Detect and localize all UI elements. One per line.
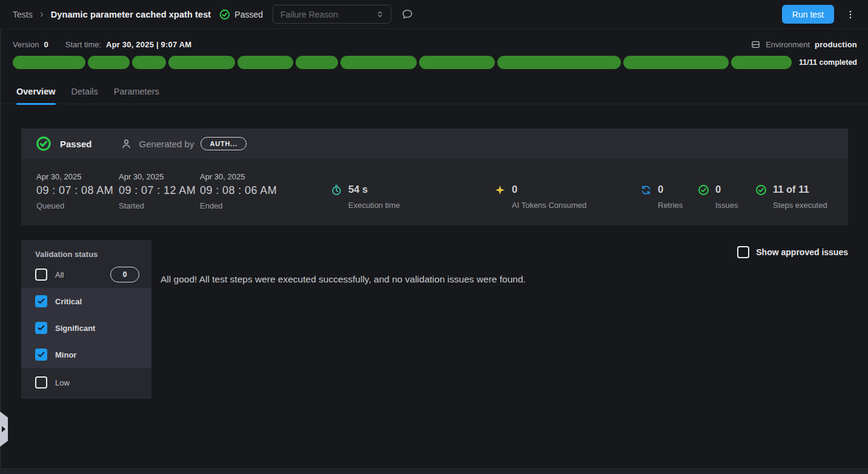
ai-tokens-value: 0 <box>512 184 586 195</box>
progress-segment <box>13 56 85 69</box>
progress-segment <box>497 56 621 69</box>
progress-completed-text: 11/11 completed <box>799 58 857 67</box>
progress-bar <box>13 56 792 69</box>
retries-metric: 0 Retries <box>640 184 683 210</box>
validation-filter-all[interactable]: All 0 <box>21 261 151 288</box>
ai-tokens-label: AI Tokens Consumed <box>512 201 586 210</box>
failure-reason-placeholder: Failure Reason <box>280 10 338 19</box>
all-checkbox[interactable] <box>35 269 47 281</box>
progress-segment <box>340 56 417 69</box>
significant-checkbox[interactable] <box>35 322 47 334</box>
check-icon <box>37 324 45 332</box>
issues-value: 0 <box>715 184 738 195</box>
footer-strip <box>0 469 868 474</box>
breadcrumb-tests-link[interactable]: Tests <box>13 10 33 19</box>
passed-check-icon <box>219 9 230 20</box>
failure-reason-select[interactable]: Failure Reason <box>273 5 391 24</box>
tab-bar: Overview Details Parameters <box>0 79 868 104</box>
ai-tokens-metric: 0 AI Tokens Consumed <box>494 184 586 210</box>
run-summary-body: Apr 30, 2025 09 : 07 : 08 AM Queued Apr … <box>21 159 848 225</box>
queued-label: Queued <box>36 201 113 210</box>
show-approved-checkbox[interactable] <box>737 246 749 258</box>
version-label: Version <box>13 40 39 49</box>
critical-label: Critical <box>55 297 82 306</box>
ended-time-column: Apr 30, 2025 09 : 08 : 06 AM Ended <box>200 172 277 210</box>
status-text: Passed <box>234 10 263 19</box>
progress-segment <box>419 56 495 69</box>
check-icon <box>37 297 45 305</box>
tab-parameters[interactable]: Parameters <box>114 79 159 104</box>
version-value: 0 <box>44 40 48 49</box>
validation-status-title: Validation status <box>21 240 151 259</box>
started-date: Apr 30, 2025 <box>119 172 196 181</box>
retries-label: Retries <box>658 201 683 210</box>
validation-filter-significant[interactable]: Significant <box>21 315 151 341</box>
page-title: Dynamic parameter cached xpath test <box>51 10 211 19</box>
sparkle-icon <box>494 184 506 196</box>
select-chevrons-icon <box>376 10 385 19</box>
progress-segment <box>168 56 234 69</box>
environment-label: Environment <box>766 40 810 49</box>
validation-filter-minor[interactable]: Minor <box>21 341 151 368</box>
environment-value: production <box>815 40 857 49</box>
run-test-button[interactable]: Run test <box>782 5 834 24</box>
issues-label: Issues <box>715 201 738 210</box>
environment-icon <box>750 39 761 50</box>
execution-time-label: Execution time <box>348 201 400 210</box>
passed-check-icon <box>36 136 51 152</box>
queued-time: 09 : 07 : 08 AM <box>36 184 113 197</box>
critical-checkbox[interactable] <box>35 295 47 307</box>
minor-checkbox[interactable] <box>35 349 47 361</box>
comment-icon <box>401 8 414 21</box>
environment-group: Environment production <box>750 39 857 50</box>
generated-by-group: Generated by AUTH... <box>120 137 247 150</box>
validation-status-panel: Validation status All 0 Critical Signifi… <box>21 240 151 399</box>
steps-executed-label: Steps executed <box>773 201 827 210</box>
start-time-label: Start time: <box>65 40 101 49</box>
check-circle-icon <box>698 184 709 196</box>
validation-filter-critical[interactable]: Critical <box>21 288 151 315</box>
significant-label: Significant <box>55 324 95 333</box>
ended-date: Apr 30, 2025 <box>200 172 277 181</box>
steps-executed-value: 11 of 11 <box>773 184 827 195</box>
execution-time-metric: 54 s Execution time <box>331 184 400 210</box>
top-bar-actions: Run test <box>782 5 858 24</box>
more-options-button[interactable] <box>843 7 858 22</box>
progress-segment <box>623 56 729 69</box>
generated-by-user-pill[interactable]: AUTH... <box>200 137 246 150</box>
no-issues-message: All good! All test steps were executed s… <box>161 274 526 285</box>
kebab-menu-icon <box>845 9 856 20</box>
chevron-right-icon <box>2 426 5 432</box>
queued-date: Apr 30, 2025 <box>36 172 113 181</box>
ended-time: 09 : 08 : 06 AM <box>200 184 277 197</box>
progress-segment <box>731 56 792 69</box>
ended-label: Ended <box>200 201 277 210</box>
steps-progress-row: 11/11 completed <box>13 56 857 69</box>
comment-button[interactable] <box>401 8 414 21</box>
show-approved-label: Show approved issues <box>756 247 848 257</box>
retry-icon <box>640 184 652 196</box>
validation-filter-low[interactable]: Low <box>21 369 151 396</box>
progress-segment <box>237 56 293 69</box>
run-summary-header: Passed Generated by AUTH... <box>21 129 848 159</box>
user-icon <box>120 138 133 150</box>
run-summary-card: Passed Generated by AUTH... Apr 30, 2025… <box>21 129 848 225</box>
run-meta-row: Version 0 Start time: Apr 30, 2025 | 9:0… <box>13 36 857 52</box>
show-approved-issues-toggle[interactable]: Show approved issues <box>737 246 848 258</box>
progress-segment <box>132 56 167 69</box>
stopwatch-icon <box>331 184 342 196</box>
progress-segment <box>296 56 338 69</box>
queued-time-column: Apr 30, 2025 09 : 07 : 08 AM Queued <box>36 172 113 210</box>
tab-details[interactable]: Details <box>71 79 98 104</box>
generated-by-label: Generated by <box>139 139 194 149</box>
retries-value: 0 <box>658 184 683 195</box>
sidebar-expand-handle[interactable] <box>0 412 8 447</box>
top-bar: Tests Dynamic parameter cached xpath tes… <box>0 0 868 29</box>
steps-executed-metric: 11 of 11 Steps executed <box>755 184 827 210</box>
check-circle-icon <box>755 184 767 196</box>
low-checkbox[interactable] <box>35 376 47 389</box>
tab-overview[interactable]: Overview <box>16 79 56 104</box>
issues-count-badge: 0 <box>110 267 139 282</box>
start-time-value: Apr 30, 2025 | 9:07 AM <box>106 40 191 49</box>
run-status-text: Passed <box>60 139 92 149</box>
